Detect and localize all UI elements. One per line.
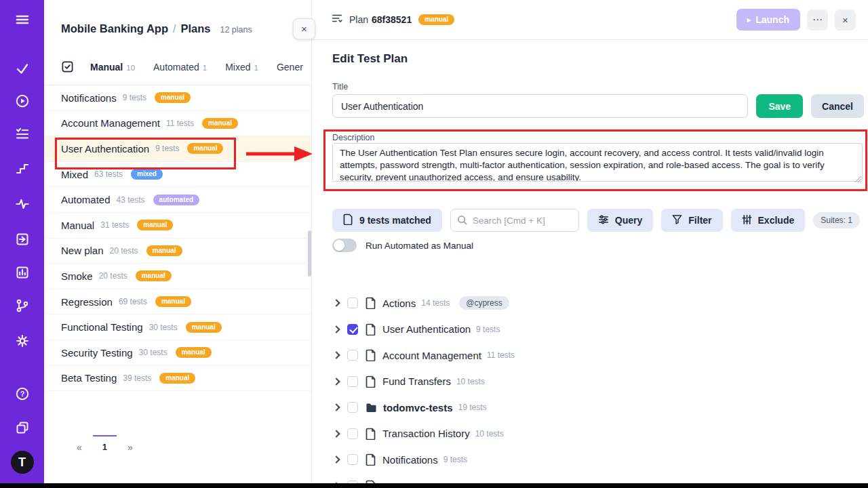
play-circle-icon[interactable] (14, 93, 31, 109)
steps-icon[interactable] (14, 161, 31, 177)
chevron-right-icon[interactable] (332, 378, 340, 385)
plan-type-badge: automated (153, 195, 200, 205)
plan-type-badge: manual (136, 270, 172, 281)
suite-checkbox-checked[interactable] (347, 324, 358, 335)
tree-row-account-management[interactable]: Account Management 11 tests (332, 342, 868, 369)
filter-button[interactable]: Filter (661, 209, 722, 232)
projects-icon[interactable] (14, 420, 31, 436)
collapse-panel-button[interactable]: × (293, 18, 315, 39)
list-item[interactable]: Mixed 63 tests mixed (44, 162, 311, 188)
chevron-right-icon[interactable] (332, 352, 340, 359)
list-item[interactable]: Functional Testing 30 tests manual (44, 314, 311, 340)
app-logo[interactable]: T (11, 451, 34, 474)
list-item[interactable]: Automated 43 tests automated (44, 187, 311, 213)
chevron-right-icon[interactable] (332, 325, 340, 333)
list-item[interactable]: Security Testing 30 tests manual (44, 340, 311, 366)
plan-test-count: 11 tests (166, 119, 194, 128)
pagination-last-button[interactable]: » (117, 435, 144, 453)
suite-checkbox[interactable] (347, 298, 358, 308)
pagination: « 1 » (66, 435, 144, 453)
suite-checkbox[interactable] (347, 350, 358, 361)
title-input[interactable] (332, 94, 748, 118)
tree-row-actions[interactable]: Actions 14 tests @cypress (332, 290, 868, 317)
plan-id: 68f38521 (372, 14, 412, 25)
tree-row-todomvc-tests[interactable]: todomvc-tests 19 tests (332, 394, 868, 421)
suite-name[interactable]: Fund Transfers (382, 375, 451, 387)
plan-type-badge: manual (137, 220, 173, 230)
list-item-selected[interactable]: User Authentication 9 tests manual (44, 136, 311, 162)
tab-automated[interactable]: Automated1 (153, 62, 207, 73)
tab-general[interactable]: Gener (277, 62, 303, 73)
more-options-button[interactable]: ⋯ (807, 9, 828, 30)
title-field-label: Title (332, 82, 348, 92)
ellipsis-icon: ⋯ (812, 14, 823, 26)
checklist-icon[interactable] (61, 60, 74, 73)
pagination-first-button[interactable]: « (66, 435, 93, 453)
close-detail-button[interactable]: × (835, 9, 856, 30)
tests-toolbar: 9 tests matched Query Filter (332, 209, 860, 232)
search-input[interactable] (450, 209, 579, 232)
close-icon: × (842, 14, 848, 26)
suite-checkbox[interactable] (347, 428, 358, 439)
plan-name: Account Management (61, 117, 160, 129)
plan-test-count: 43 tests (117, 195, 145, 205)
exclude-button[interactable]: Exclude (731, 209, 806, 232)
chevron-right-icon[interactable] (332, 300, 340, 307)
task-list-icon[interactable] (14, 125, 31, 142)
plan-test-count: 30 tests (139, 348, 167, 357)
chevron-right-icon[interactable] (332, 430, 340, 437)
tree-row-user-authentication[interactable]: User Authentication 9 tests (332, 317, 868, 343)
project-title[interactable]: Mobile Banking App (61, 22, 168, 35)
tree-row-notifications[interactable]: Notifications 9 tests (332, 447, 868, 473)
list-item[interactable]: Notifications 9 tests manual (44, 85, 311, 111)
tree-row-transaction-history[interactable]: Transaction History 10 tests (332, 421, 868, 447)
suite-name[interactable]: Account Management (382, 350, 481, 361)
pagination-page-1[interactable]: 1 (93, 435, 117, 452)
list-item[interactable]: Manual 31 tests manual (44, 213, 311, 239)
plan-test-count: 31 tests (100, 220, 129, 230)
gear-icon[interactable] (14, 333, 31, 349)
tree-row-fund-transfers[interactable]: Fund Transfers 10 tests (332, 369, 868, 395)
suite-checkbox[interactable] (347, 454, 358, 465)
branch-icon[interactable] (14, 298, 31, 314)
tab-manual[interactable]: Manual10 (90, 62, 135, 73)
run-automated-toggle[interactable] (332, 239, 357, 252)
list-item[interactable]: Smoke 20 tests manual (44, 264, 311, 289)
check-icon[interactable] (14, 60, 31, 77)
report-icon[interactable] (14, 264, 31, 281)
tree-row-partial[interactable] (332, 473, 868, 484)
menu-icon[interactable] (14, 12, 31, 28)
suite-checkbox[interactable] (347, 376, 358, 387)
plan-name: Regression (61, 296, 113, 308)
suite-checkbox[interactable] (347, 402, 358, 413)
chevron-right-icon[interactable] (332, 456, 340, 464)
suite-name[interactable]: Actions (382, 298, 416, 309)
list-item[interactable]: Account Management 11 tests manual (44, 111, 311, 137)
panel-scrollbar[interactable] (308, 230, 311, 277)
tests-matched-button[interactable]: 9 tests matched (332, 209, 442, 232)
launch-button[interactable]: ▸ Launch (736, 9, 800, 30)
suite-name[interactable]: todomvc-tests (383, 402, 453, 413)
list-item[interactable]: Beta Testing 39 tests manual (44, 366, 311, 392)
tab-mixed[interactable]: Mixed1 (225, 62, 258, 73)
suite-name[interactable]: User Authentication (382, 323, 471, 335)
suite-name[interactable]: Transaction History (382, 428, 470, 439)
textarea-resize-handle[interactable] (855, 176, 861, 182)
run-box-icon[interactable] (14, 231, 31, 247)
activity-icon[interactable] (14, 196, 31, 212)
help-icon[interactable]: ? (14, 386, 31, 402)
query-button[interactable]: Query (587, 209, 653, 232)
plan-name: Manual (61, 220, 94, 231)
plan-type-badge: manual (418, 14, 454, 25)
list-item[interactable]: New plan 20 tests manual (44, 239, 311, 264)
suite-name[interactable]: Notifications (382, 454, 438, 466)
description-textarea[interactable]: The User Authentication Test Plan ensure… (332, 143, 863, 182)
page-title: Plans (180, 22, 210, 35)
save-button[interactable]: Save (756, 94, 803, 118)
plan-test-count: 9 tests (123, 93, 146, 102)
cancel-button[interactable]: Cancel (811, 94, 864, 118)
launch-label: Launch (755, 14, 789, 25)
suite-test-count: 11 tests (487, 350, 515, 360)
list-item[interactable]: Regression 69 tests manual (44, 289, 311, 315)
chevron-right-icon[interactable] (332, 404, 340, 411)
